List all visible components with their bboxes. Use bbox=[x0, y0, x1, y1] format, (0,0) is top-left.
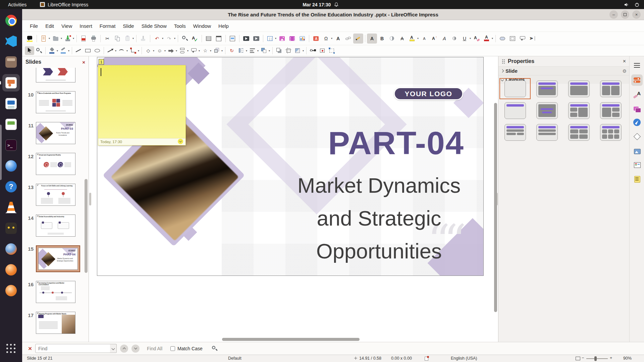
crop-button[interactable] bbox=[284, 46, 293, 55]
close-button[interactable]: × bbox=[632, 10, 641, 19]
layout-title-content[interactable] bbox=[563, 78, 595, 100]
slide-thumb-frame[interactable]: YOUR LOGOPART-04Market Dynamics and Stra… bbox=[36, 245, 80, 272]
shadow-button[interactable] bbox=[274, 46, 284, 55]
start-from-current-slide-button[interactable] bbox=[251, 34, 261, 44]
layout-title-two-rows[interactable] bbox=[531, 121, 563, 143]
undo-button[interactable]: ↶ bbox=[152, 34, 162, 44]
find-dropdown-button[interactable] bbox=[110, 344, 117, 353]
tab-gallery[interactable] bbox=[631, 103, 643, 115]
gear-icon[interactable]: ⚙ bbox=[622, 68, 627, 74]
italic-button[interactable]: A bbox=[439, 34, 449, 44]
layout-title-two-content[interactable] bbox=[595, 78, 627, 100]
dock-item-libreoffice-impress[interactable] bbox=[2, 74, 20, 92]
menu-slide-show[interactable]: Slide Show bbox=[138, 21, 170, 31]
print-button[interactable] bbox=[89, 34, 99, 44]
special-character-button[interactable]: Ω bbox=[321, 34, 331, 44]
slide-thumbnail-16[interactable]: 16Increasing Competition and Market Cons… bbox=[25, 281, 84, 303]
comment-menu-button[interactable] bbox=[178, 139, 183, 144]
logo-pill[interactable]: YOUR LOGO bbox=[394, 87, 463, 100]
comment-note[interactable]: Today, 17:30 bbox=[98, 65, 186, 145]
menu-help[interactable]: Help bbox=[215, 21, 232, 31]
power-icon[interactable] bbox=[635, 2, 639, 7]
cut-button[interactable]: ✂ bbox=[102, 34, 112, 44]
slide-thumb-frame[interactable]: YOUR LOGOPART-03Future Trends and Innova… bbox=[36, 122, 75, 144]
dock-item-vlc[interactable] bbox=[2, 199, 20, 216]
tab-notes[interactable] bbox=[631, 173, 643, 185]
menu-view[interactable]: View bbox=[58, 21, 76, 31]
find-close-icon[interactable]: × bbox=[28, 345, 32, 352]
redo-button[interactable]: ↷ bbox=[164, 34, 174, 44]
lines-and-arrows-button[interactable] bbox=[106, 46, 115, 55]
slide-thumbnail-15[interactable]: 15YOUR LOGOPART-04Market Dynamics and St… bbox=[25, 245, 84, 272]
vertical-scrollbar-thumb[interactable] bbox=[494, 103, 497, 312]
zoom-slider-thumb[interactable] bbox=[594, 356, 597, 361]
select-button[interactable] bbox=[25, 46, 34, 55]
dock-item-show-applications[interactable] bbox=[2, 340, 20, 357]
slide-thumb-frame[interactable]: Aligning Programs with Market Needs bbox=[36, 312, 75, 334]
curves-polygons-button[interactable] bbox=[117, 46, 126, 55]
slide-thumb-frame[interactable]: Global Accessibility and Inclusivity bbox=[36, 215, 75, 237]
flip-button[interactable] bbox=[236, 46, 246, 55]
fontwork-button[interactable]: A bbox=[333, 34, 343, 44]
find-next-button[interactable] bbox=[131, 345, 140, 353]
callout-shapes-button[interactable] bbox=[189, 46, 199, 55]
shrink-font-button[interactable]: A bbox=[419, 34, 429, 44]
slide-thumbnail-10[interactable]: 10Micro-Credentials and Short-Term Progr… bbox=[25, 91, 84, 113]
dock-item-app-orb-1[interactable] bbox=[2, 240, 20, 258]
display-views-button[interactable] bbox=[214, 34, 224, 44]
dock-item-libreoffice-calc[interactable] bbox=[2, 116, 20, 133]
layout-title-content-two-small[interactable] bbox=[499, 121, 531, 143]
match-case-checkbox[interactable] bbox=[170, 346, 175, 351]
connectors-button[interactable] bbox=[128, 46, 138, 55]
dock-item-archive[interactable] bbox=[2, 53, 20, 71]
toggle-shadow-button[interactable] bbox=[449, 34, 460, 44]
show-handles-button[interactable] bbox=[327, 46, 336, 55]
font-color-button[interactable]: A bbox=[482, 34, 492, 44]
frame-button[interactable] bbox=[507, 34, 518, 44]
zoom-slider[interactable] bbox=[586, 358, 608, 359]
image-filter-button[interactable] bbox=[293, 46, 303, 55]
tab-master-slides[interactable] bbox=[631, 159, 643, 171]
part-title[interactable]: PART-04 bbox=[328, 124, 464, 162]
export-pdf-button[interactable] bbox=[78, 34, 89, 44]
object-size-status[interactable]: 0.00 x 0.00 bbox=[391, 356, 412, 361]
insert-media-button[interactable] bbox=[287, 34, 297, 44]
window-titlebar[interactable]: The Rise and Future Trends of the Online… bbox=[22, 9, 644, 20]
tab-shapes[interactable] bbox=[631, 131, 643, 142]
panel-grip-icon[interactable] bbox=[502, 59, 505, 64]
insert-textbox-button[interactable]: A bbox=[311, 34, 321, 44]
clock-menu[interactable]: Mar 24 17:30 bbox=[303, 2, 338, 7]
save-button[interactable] bbox=[63, 34, 73, 44]
slide-subtitle[interactable]: Market Dynamics and Strategic Opportunit… bbox=[278, 169, 480, 267]
rotate-button[interactable]: ↻ bbox=[227, 46, 236, 55]
slide-thumbnail-11[interactable]: 11YOUR LOGOPART-03Future Trends and Inno… bbox=[25, 122, 84, 144]
dock-item-terminal[interactable]: >_ bbox=[2, 136, 20, 154]
dock-item-chrome[interactable] bbox=[2, 12, 20, 29]
section-slide[interactable]: Slide ⚙ bbox=[498, 66, 629, 75]
copy-button[interactable] bbox=[112, 34, 122, 44]
glue-points-button[interactable] bbox=[318, 46, 327, 55]
character-dialog-button[interactable]: A bbox=[367, 34, 377, 44]
slide-thumb-frame[interactable]: Artificial Intelligence and Personalized… bbox=[36, 68, 75, 82]
document-modified-icon[interactable] bbox=[425, 357, 428, 361]
line-color-button[interactable] bbox=[59, 46, 68, 55]
menu-insert[interactable]: Insert bbox=[76, 21, 96, 31]
highlight-color-button[interactable]: A bbox=[407, 34, 417, 44]
comment-marker[interactable]: 1 bbox=[99, 59, 104, 65]
slides-scrollbar[interactable] bbox=[85, 68, 88, 342]
horizontal-scrollbar-thumb[interactable] bbox=[222, 338, 360, 341]
stars-banners-button[interactable]: ☆ bbox=[201, 46, 210, 55]
horizontal-scrollbar[interactable] bbox=[89, 338, 493, 341]
paste-button[interactable] bbox=[122, 34, 132, 44]
sidebar-menu[interactable] bbox=[631, 60, 643, 71]
insert-table-button[interactable] bbox=[265, 34, 275, 44]
layout-title-only[interactable] bbox=[499, 100, 531, 121]
rectangle-button[interactable] bbox=[83, 46, 93, 55]
find-all-label[interactable]: Find All bbox=[147, 346, 162, 351]
dock-item-libreoffice-writer[interactable] bbox=[2, 95, 20, 112]
start-from-first-slide-button[interactable] bbox=[241, 34, 251, 44]
language-status[interactable]: English (USA) bbox=[451, 356, 477, 361]
flowchart-button[interactable] bbox=[178, 46, 187, 55]
zoom-percent[interactable]: 90% bbox=[623, 356, 632, 361]
find-input[interactable] bbox=[35, 344, 111, 353]
